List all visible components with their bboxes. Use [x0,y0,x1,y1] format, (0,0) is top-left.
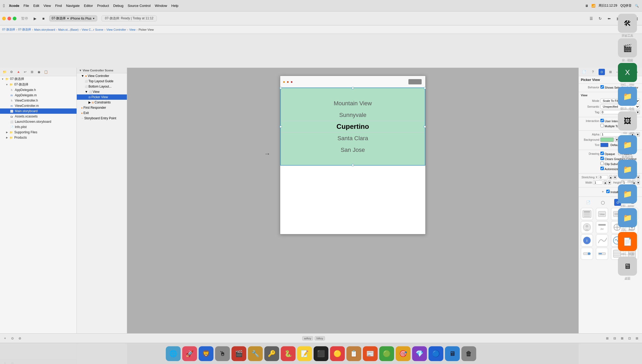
picker-item-cupertino[interactable]: Cupertino [281,121,425,133]
canvas-area[interactable]: → ● ● ● Mou [127,68,578,364]
nav-item-supporting-files[interactable]: ▶ 📁 Supporting Files [0,130,77,135]
nav-item-products[interactable]: ▶ 📁 Products [0,135,77,140]
clip-subviews-checkbox[interactable] [600,162,604,165]
bottom-refresh-button[interactable]: ⊡ [627,335,632,341]
nav-grid-icon[interactable]: ⊞ [29,69,35,75]
menu-help[interactable]: Help [171,4,179,8]
palette-tab-shapes[interactable]: ◯ [600,199,607,206]
x-inc[interactable]: ▲ [609,175,612,179]
menu-editor[interactable]: Editor [84,4,93,8]
stop-button[interactable]: ■ [40,15,47,22]
search-menu-icon[interactable]: 🔍 [635,4,639,8]
breadcrumb-item-5[interactable]: View C...r Scene [82,28,103,31]
nav-item-appdelegate-h[interactable]: h AppDelegate.h [0,87,77,93]
breadcrumb-item-2[interactable]: 07-旗选择 [18,28,31,31]
opaque-checkbox[interactable] [600,152,604,155]
menu-product[interactable]: Product [97,4,109,8]
palette-item-5[interactable]: iAd [596,221,608,233]
palette-item-9[interactable] [596,234,608,247]
breadcrumb-item-4[interactable]: Main.st...(Base) [58,28,79,31]
clears-graphics-checkbox[interactable] [600,157,604,160]
dock-app7[interactable]: 🖥 [445,346,460,361]
inspector-tab-size[interactable]: ⊞ [607,69,614,75]
scene-exit[interactable]: ● Exit [77,110,127,116]
dock-keychain[interactable]: 🔑 [264,346,279,361]
dock-notes[interactable]: 📝 [297,346,312,361]
bottom-add-button[interactable]: + [2,335,8,341]
scene-picker-view[interactable]: ⊟ Picker View [77,94,127,100]
menu-edit[interactable]: Edit [33,4,39,8]
picker-item-sunnyvale[interactable]: Sunnyvale [281,109,425,121]
w-inc[interactable]: ▲ [604,180,607,185]
breadcrumb-item-7[interactable]: View [129,28,136,31]
scene-view[interactable]: ▼ ⬜ View [77,89,127,94]
desktop-icon-ios[interactable]: 📄 ios1...试题 [614,232,641,256]
installed-checkbox[interactable] [606,190,610,193]
multiple-touch-checkbox[interactable] [600,124,604,127]
scene-top-layout[interactable]: ⬜ Top Layout Guide [77,79,127,84]
scene-bottom-layout[interactable]: ⬜ Bottom Layout... [77,84,127,89]
minimize-button[interactable] [2,17,6,20]
dock-app5[interactable]: 💎 [412,346,427,361]
scene-first-responder[interactable]: ● First Responder [77,105,127,110]
zoom-fit-button[interactable]: ⊞ [604,335,610,341]
scene-entry-point[interactable]: → Storyboard Entry Point [77,116,127,121]
nav-item-viewcontroller-m[interactable]: m ViewController.m [0,103,77,108]
desktop-icon-devtools[interactable]: 🛠 开发工具 [614,14,641,37]
picker-item-mountain-view[interactable]: Mountain View [281,98,425,109]
resize-handle-mr[interactable] [424,126,426,128]
bottom-filter-button[interactable]: ⊘ [17,335,23,341]
menu-find[interactable]: Find [55,4,62,8]
dock-tools[interactable]: 🔧 [248,346,263,361]
palette-tab-files[interactable]: 📄 [585,199,592,206]
run-button[interactable]: ▶ [31,15,39,22]
width-input[interactable] [593,180,603,185]
nav-item-info-plist[interactable]: 📄 Info.plist [0,124,77,130]
shows-selection-checkbox[interactable] [600,85,604,89]
nav-report-icon[interactable]: 📋 [43,69,49,75]
desktop-icon-zjl[interactable]: 📁 ZJL...etail [614,208,641,231]
menu-xcode[interactable]: Xcode [9,4,19,8]
dock-app2[interactable]: 📋 [346,346,361,361]
desktop-icon-share[interactable]: 📁 车丹分享 [614,135,641,159]
inspector-tab-file[interactable]: 📄 [581,69,587,75]
dock-finder[interactable]: 🌐 [166,346,181,361]
nav-git-icon[interactable]: ↩ [22,69,28,75]
nav-breakpoint-icon[interactable]: ◉ [36,69,42,75]
navigator-toggle[interactable]: ☰ [587,15,595,22]
bottom-settings-button[interactable]: ⊞ [634,335,640,341]
back-forward-btn[interactable]: ⬅ [605,15,613,22]
nav-item-launch-storyboard[interactable]: ⬜ LaunchScreen.storyboard [0,119,77,124]
dock-terminal[interactable]: ⬛ [314,346,328,361]
palette-item-4[interactable] [581,221,593,233]
dock-safari[interactable]: 🦁 [199,346,213,361]
input-method[interactable]: QQ拼音 [620,3,632,8]
autoresize-checkbox[interactable] [600,167,604,170]
resize-handle-tc[interactable] [352,87,354,89]
refresh-btn[interactable]: ↻ [596,15,604,22]
menu-source-control[interactable]: Source Control [128,4,151,8]
maximize-button[interactable] [13,17,16,20]
resize-handle-ml[interactable] [280,126,282,128]
inspector-tab-quick-help[interactable]: ? [590,69,596,75]
dock-app4[interactable]: 🎯 [396,346,411,361]
close-button[interactable] [7,17,11,20]
desktop-icon-folder1[interactable]: 📁 第13...业生 [614,87,641,110]
nav-item-appdelegate-m[interactable]: m AppDelegate.m [0,93,77,98]
bottom-size-button[interactable]: ⊠ [619,335,625,341]
nav-search-icon[interactable]: ⚙ [8,69,14,75]
menu-navigate[interactable]: Navigate [66,4,79,8]
breadcrumb-item-6[interactable]: View Controller [106,28,126,31]
palette-item-0[interactable] [581,208,593,220]
apple-menu[interactable]:  [3,3,5,8]
nav-folder-icon[interactable]: 📁 [2,69,7,75]
palette-item-1[interactable]: View [596,208,608,220]
nav-warning-icon[interactable]: 🔺 [15,69,21,75]
bottom-layout-button[interactable]: ⊟ [612,335,618,341]
w-dec[interactable]: ▼ [608,180,611,185]
nav-group-1[interactable]: ▼ 📁 07-旗选择 [0,82,77,87]
dock-readkit[interactable]: 📰 [363,346,378,361]
desktop-icon-video[interactable]: 🎬 未...视频 [614,38,641,62]
picker-view[interactable]: Mountain View Sunnyvale Cupertino Santa … [280,88,425,166]
dock-app1[interactable]: 🟡 [330,346,345,361]
